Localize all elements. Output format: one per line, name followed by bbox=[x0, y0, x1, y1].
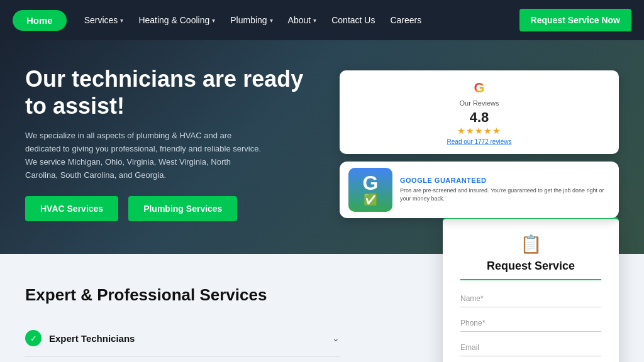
phone-input[interactable] bbox=[460, 315, 601, 332]
nav-item-about[interactable]: About ▾ bbox=[282, 11, 323, 29]
nav-item-careers[interactable]: Careers bbox=[384, 11, 428, 29]
gg-logo-section: G ✅ bbox=[348, 168, 392, 212]
name-input[interactable] bbox=[460, 290, 601, 307]
plumbing-services-button[interactable]: Plumbing Services bbox=[128, 196, 237, 221]
gg-text: GOOGLE GUARANTEED Pros are pre-screened … bbox=[400, 177, 610, 204]
gg-badge-title: GOOGLE GUARANTEED bbox=[400, 177, 610, 184]
nav-item-heating-cooling[interactable]: Heating & Cooling ▾ bbox=[132, 11, 221, 29]
request-form-card: 📋 Request Service Submit → bbox=[443, 216, 619, 362]
hero-right-content: G Our Reviews 4.8 ★★★★★ Read our 1772 re… bbox=[340, 70, 619, 218]
request-service-nav-button[interactable]: Request Service Now bbox=[519, 9, 631, 31]
service-item-left-1: ✓ Expert Technicians bbox=[25, 330, 135, 346]
reviews-label: Our Reviews bbox=[352, 99, 606, 107]
nav-item-services[interactable]: Services ▾ bbox=[78, 11, 130, 29]
service-label-1: Expert Technicians bbox=[49, 333, 135, 344]
form-title: Request Service bbox=[460, 260, 601, 280]
chevron-down-icon-1[interactable]: ⌄ bbox=[332, 333, 340, 343]
form-icon: 📋 bbox=[460, 234, 601, 255]
nav-item-plumbing[interactable]: Plumbing ▾ bbox=[224, 11, 279, 29]
chevron-down-icon: ▾ bbox=[120, 17, 123, 24]
check-icon-1: ✓ bbox=[25, 330, 42, 346]
hero-title: Our technicians are ready to assist! bbox=[25, 65, 314, 119]
expert-services-title: Expert & Professional Services bbox=[25, 285, 340, 305]
shield-check-icon: ✅ bbox=[364, 193, 377, 207]
hvac-services-button[interactable]: HVAC Services bbox=[25, 196, 118, 221]
reviews-link[interactable]: Read our 1772 reviews bbox=[352, 138, 606, 145]
google-logo: G bbox=[470, 79, 488, 97]
phone-field bbox=[460, 315, 601, 332]
chevron-down-icon: ▾ bbox=[270, 17, 273, 24]
star-rating: ★★★★★ bbox=[352, 126, 606, 136]
google-reviews-box: G Our Reviews 4.8 ★★★★★ Read our 1772 re… bbox=[340, 70, 619, 154]
email-input[interactable] bbox=[460, 339, 601, 356]
gg-description: Pros are pre-screened and insured. You'r… bbox=[400, 187, 610, 204]
services-left: Expert & Professional Services ✓ Expert … bbox=[25, 285, 340, 362]
navbar: Home Services ▾ Heating & Cooling ▾ Plum… bbox=[0, 0, 644, 40]
chevron-down-icon: ▾ bbox=[313, 17, 316, 24]
email-field bbox=[460, 339, 601, 356]
review-score: 4.8 bbox=[352, 109, 606, 126]
google-guaranteed-box: G ✅ GOOGLE GUARANTEED Pros are pre-scree… bbox=[340, 162, 619, 218]
chevron-down-icon: ▾ bbox=[212, 17, 215, 24]
name-field bbox=[460, 290, 601, 307]
nav-item-contact[interactable]: Contact Us bbox=[325, 11, 381, 29]
hero-buttons: HVAC Services Plumbing Services bbox=[25, 196, 314, 221]
google-g-icon: G bbox=[474, 80, 484, 96]
nav-links: Services ▾ Heating & Cooling ▾ Plumbing … bbox=[78, 11, 519, 29]
hero-description: We specialize in all aspects of plumbing… bbox=[25, 129, 264, 182]
service-item-2[interactable]: ✓ Competitive Pricing ⌄ bbox=[25, 357, 340, 362]
hero-content: Our technicians are ready to assist! We … bbox=[25, 65, 314, 221]
request-form-container: 📋 Request Service Submit → bbox=[443, 216, 644, 362]
service-item-1[interactable]: ✓ Expert Technicians ⌄ bbox=[25, 320, 340, 357]
gg-google-g-icon: G bbox=[363, 173, 379, 193]
expert-services-section: Expert & Professional Services ✓ Expert … bbox=[0, 254, 443, 362]
home-button[interactable]: Home bbox=[13, 10, 67, 31]
middle-row: Expert & Professional Services ✓ Expert … bbox=[0, 254, 644, 362]
